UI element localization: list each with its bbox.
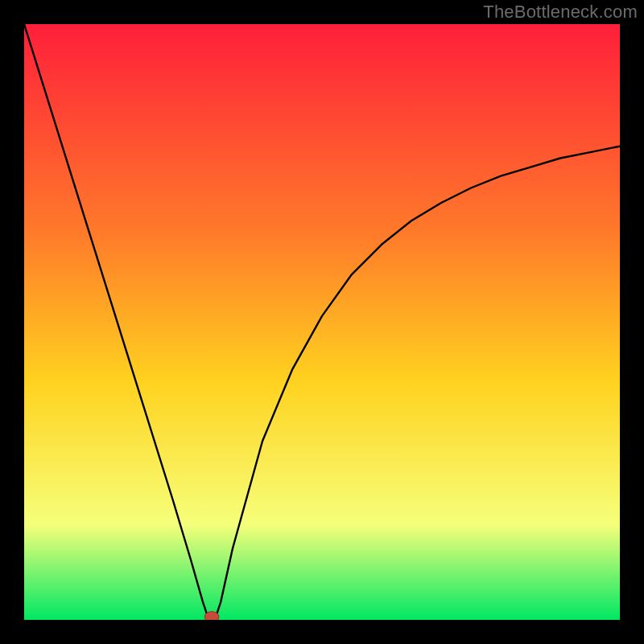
watermark-text: TheBottleneck.com — [483, 2, 638, 23]
chart-frame: TheBottleneck.com — [0, 0, 644, 644]
optimal-point-marker — [204, 612, 219, 620]
gradient-background — [24, 24, 620, 620]
plot-area — [24, 24, 620, 620]
chart-svg — [24, 24, 620, 620]
